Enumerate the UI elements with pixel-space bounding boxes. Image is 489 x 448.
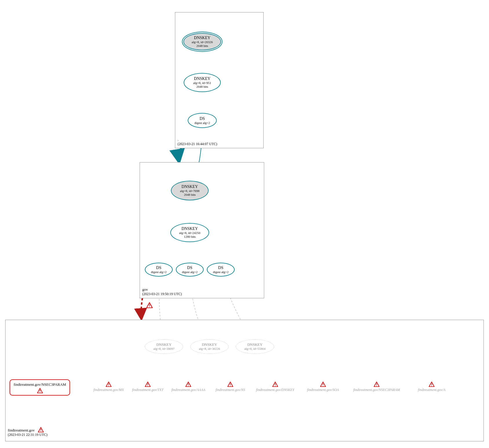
gov-ds1-title: DS [156,266,161,270]
gov-zsk-bits: 1280 bits [184,235,196,239]
rrset-mx-label: findtreatment.gov/MX [87,388,130,392]
zone-ft-name: findtreatment.gov [8,428,35,432]
ft-k2-alg: alg=8, id=30226 [199,347,220,351]
warning-icon [37,388,43,393]
warning-icon [145,382,151,387]
warning-icon [185,382,191,387]
ft-k3-alg: alg=8, id=55804 [244,347,266,351]
zone-ft-ts: (2023-03-21 22:31:19 UTC) [8,433,48,437]
gov-ds2-alg: digest alg=2 [182,270,198,274]
svg-rect-11 [41,431,41,431]
svg-rect-26 [230,385,231,386]
root-ksk-title: DNSKEY [194,36,211,40]
svg-rect-22 [188,383,189,385]
rrset-aaaa-label: findtreatment.gov/AAAA [164,388,213,392]
svg-rect-10 [41,429,41,430]
zone-root-label: . (2023-03-21 16:44:07 UTC) [178,137,217,146]
svg-rect-23 [188,385,189,386]
root-ds-title: DS [200,116,205,121]
rrset-ns: findtreatment.gov/NS [209,382,252,392]
root-zsk-alg: alg=8, id=951 [193,81,211,85]
svg-rect-14 [40,392,40,392]
ft-k1-alg: alg=8, id=39097 [154,347,175,351]
gov-zsk-alg: alg=8, id=24250 [179,231,200,235]
rrset-a: findtreatment.gov/A [411,382,452,392]
warning-icon [227,382,233,387]
ft-dnskey-3: DNSKEY alg=8, id=55804 [236,339,274,354]
svg-rect-13 [40,390,40,392]
gov-ds1-alg: digest alg=2 [151,270,167,274]
rrset-aaaa: findtreatment.gov/AAAA [164,382,213,392]
svg-rect-16 [108,383,109,385]
svg-rect-17 [108,385,109,386]
svg-rect-38 [431,385,432,386]
warning-icon [272,382,278,387]
error-box-label: findtreatment.gov/NSEC3PARAM [14,382,66,387]
gov-ds2-title: DS [187,266,192,270]
warning-icon [374,382,379,387]
gov-ksk-bits: 2048 bits [184,193,196,197]
ft-dnskey-1: DNSKEY alg=8, id=39097 [145,339,183,354]
root-ksk-node: DNSKEY alg=8, id=20326 2048 bits [182,32,222,52]
zone-ft-label: findtreatment.gov (2023-03-21 22:31:19 U… [8,427,48,437]
root-zsk-title: DNSKEY [194,76,211,81]
rrset-a-label: findtreatment.gov/A [411,388,452,392]
svg-rect-37 [431,383,432,385]
svg-rect-7 [149,304,150,306]
rrset-nsec3param-label: findtreatment.gov/NSEC3PARAM [343,388,410,392]
warning-icon [429,382,435,387]
svg-rect-25 [230,383,231,385]
svg-rect-19 [147,383,148,385]
rrset-dnskey: findtreatment.gov/DNSKEY [248,382,303,392]
zone-findtreatment: findtreatment.gov (2023-03-21 22:31:19 U… [5,320,484,441]
gov-zsk-title: DNSKEY [182,226,198,231]
gov-zsk-node: DNSKEY alg=8, id=24250 1280 bits [170,223,209,242]
zone-gov-label: gov (2023-03-21 19:50:19 UTC) [142,287,182,296]
warning-icon [106,382,112,387]
dnssec-diagram: { "colors": { "teal": "#0b7f8e", "red": … [0,0,489,448]
svg-rect-29 [275,385,275,386]
root-ds-alg: digest alg=2 [194,121,210,125]
gov-ds2-node: DS digest alg=2 [176,263,204,277]
rrset-dnskey-label: findtreatment.gov/DNSKEY [248,388,303,392]
ft-k3-title: DNSKEY [247,343,263,347]
error-nsec3param-box: findtreatment.gov/NSEC3PARAM [10,379,70,396]
zone-gov-ts: (2023-03-21 19:50:19 UTC) [142,292,182,296]
gov-ds3-node: DS digest alg=2 [207,263,235,277]
rrset-soa-label: findtreatment.gov/SOA [300,388,346,392]
warning-icon [38,427,44,432]
warning-icon [146,302,153,308]
root-zsk-bits: 2048 bits [196,85,208,89]
rrset-ns-label: findtreatment.gov/NS [209,388,252,392]
gov-ksk-title: DNSKEY [182,184,198,189]
zone-gov-name: gov [142,287,182,292]
root-ksk-bits: 2048 bits [196,44,208,48]
root-ds-node: DS digest alg=2 [188,113,217,128]
gov-ds3-title: DS [218,266,223,270]
ft-k2-title: DNSKEY [202,343,217,347]
gov-ksk-alg: alg=8, id=7698 [180,189,199,193]
root-ksk-alg: alg=8, id=20326 [192,40,213,44]
svg-rect-35 [376,385,377,386]
svg-rect-28 [275,383,275,385]
svg-rect-34 [376,383,377,385]
gov-ds3-alg: digest alg=2 [213,270,229,274]
warning-icon [320,382,326,387]
rrset-mx: findtreatment.gov/MX [87,382,130,392]
gov-ksk-node: DNSKEY alg=8, id=7698 2048 bits [171,181,209,200]
svg-rect-32 [323,385,323,386]
svg-rect-31 [323,383,323,385]
svg-rect-20 [147,385,148,386]
ft-k1-title: DNSKEY [156,343,172,347]
zone-root-name: . [178,137,217,142]
gov-ds1-node: DS digest alg=2 [145,263,173,277]
root-zsk-node: DNSKEY alg=8, id=951 2048 bits [184,73,221,92]
svg-rect-8 [149,307,150,307]
rrset-nsec3param: findtreatment.gov/NSEC3PARAM [343,382,410,392]
rrset-soa: findtreatment.gov/SOA [300,382,346,392]
zone-root-ts: (2023-03-21 16:44:07 UTC) [178,142,217,146]
ft-dnskey-2: DNSKEY alg=8, id=30226 [190,339,229,354]
